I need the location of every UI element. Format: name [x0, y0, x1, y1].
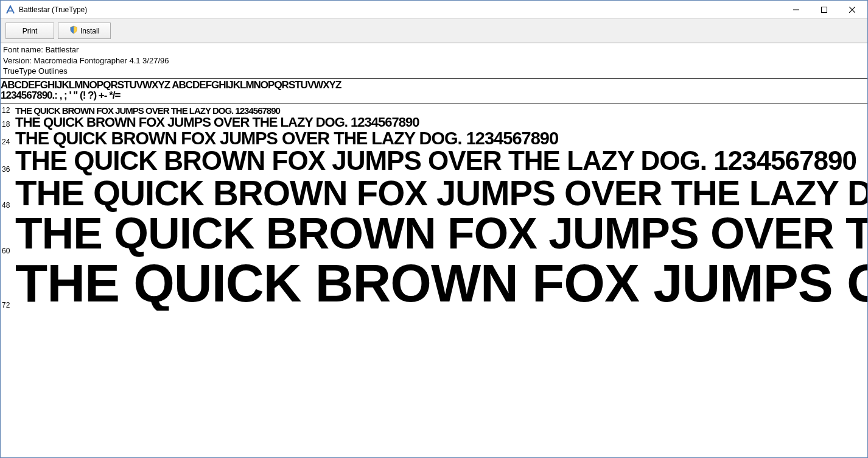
maximize-button[interactable] — [810, 1, 838, 18]
window-title: Battlestar (TrueType) — [19, 5, 782, 14]
toolbar: Print Install — [1, 19, 867, 43]
sample-size-label: 12 — [1, 106, 14, 116]
alphabet-line-numbers: 1234567890.: , ; ' " (! ?) +- */= — [1, 90, 867, 101]
font-name-row: Font name: Battlestar — [3, 44, 865, 55]
sample-text: THE QUICK BROWN FOX JUMPS OVER THE LAZY … — [15, 147, 856, 175]
window-controls — [782, 1, 866, 18]
sample-text: THE QUICK BROWN FOX JUMPS OVER THE LAZY … — [15, 211, 867, 256]
sample-size-label: 24 — [1, 138, 14, 147]
sample-row: 18THE QUICK BROWN FOX JUMPS OVER THE LAZ… — [1, 116, 867, 129]
sample-size-label: 18 — [1, 120, 14, 130]
close-button[interactable] — [838, 1, 866, 18]
sample-text: THE QUICK BROWN FOX JUMPS OVER THE LAZY … — [15, 116, 419, 129]
print-button[interactable]: Print — [5, 23, 54, 39]
shield-icon — [69, 26, 78, 36]
sample-row: 36THE QUICK BROWN FOX JUMPS OVER THE LAZ… — [1, 147, 867, 175]
outlines-row: TrueType Outlines — [3, 66, 865, 77]
sample-text: THE QUICK BROWN FOX JUMPS OVER THE LAZY … — [15, 175, 867, 211]
version-value: Macromedia Fontographer 4.1 3/27/96 — [34, 56, 169, 65]
font-app-icon — [5, 5, 15, 15]
titlebar: Battlestar (TrueType) — [1, 1, 867, 19]
sample-text: THE QUICK BROWN FOX JUMPS OVER THE LAZY … — [15, 106, 280, 115]
font-name-value: Battlestar — [45, 45, 79, 54]
install-button[interactable]: Install — [58, 23, 111, 39]
sample-size-label: 36 — [1, 165, 14, 175]
sample-row: 60THE QUICK BROWN FOX JUMPS OVER THE LAZ… — [1, 211, 867, 256]
install-button-label: Install — [80, 27, 99, 35]
version-row: Version: Macromedia Fontographer 4.1 3/2… — [3, 55, 865, 66]
sample-text: THE QUICK BROWN FOX JUMPS OVER THE LAZY … — [15, 256, 867, 311]
sample-size-label: 72 — [1, 301, 14, 311]
sample-text: THE QUICK BROWN FOX JUMPS OVER THE LAZY … — [15, 130, 558, 148]
sample-row: 48THE QUICK BROWN FOX JUMPS OVER THE LAZ… — [1, 175, 867, 211]
font-info: Font name: Battlestar Version: Macromedi… — [1, 43, 867, 79]
font-name-label: Font name: — [3, 45, 43, 54]
minimize-button[interactable] — [782, 1, 810, 18]
alphabet-line-letters: ABCDEFGHIJKLMNOPQRSTUVWXYZ ABCDEFGHIJKLM… — [1, 80, 867, 91]
alphabet-preview: ABCDEFGHIJKLMNOPQRSTUVWXYZ ABCDEFGHIJKLM… — [1, 79, 867, 105]
print-button-label: Print — [23, 27, 38, 35]
svg-rect-0 — [822, 7, 827, 12]
sample-size-label: 48 — [1, 201, 14, 211]
version-label: Version: — [3, 56, 32, 65]
sample-list: 12THE QUICK BROWN FOX JUMPS OVER THE LAZ… — [1, 104, 867, 310]
sample-row: 72THE QUICK BROWN FOX JUMPS OVER THE LAZ… — [1, 256, 867, 311]
sample-row: 24THE QUICK BROWN FOX JUMPS OVER THE LAZ… — [1, 130, 867, 148]
sample-size-label: 60 — [1, 247, 14, 256]
